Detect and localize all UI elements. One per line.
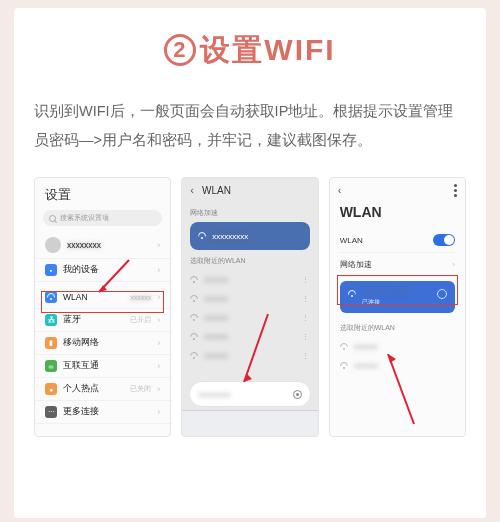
settings-row-label: xxxxxxxx — [67, 240, 151, 250]
chevron-right-icon: › — [157, 384, 160, 394]
network-name: xxxxxx — [354, 361, 378, 370]
settings-row-sub: 已关闭 — [130, 384, 151, 394]
settings-row-wlan[interactable]: WLAN xxxxxx › — [35, 286, 170, 309]
section-label-nearby: 选取附近的WLAN — [190, 256, 309, 266]
wifi-icon — [190, 295, 198, 303]
chevron-right-icon: › — [157, 315, 160, 325]
info-icon[interactable] — [437, 289, 447, 299]
wifi-list-item[interactable]: xxxxxx⋮ — [190, 327, 309, 346]
wifi-icon — [190, 352, 198, 360]
step-title-text: 设置WIFI — [200, 33, 335, 66]
password-input[interactable]: xxxxxxxx — [190, 382, 309, 406]
wifi-icon — [190, 276, 198, 284]
wifi-list-item[interactable]: xxxxxx⋮ — [190, 346, 309, 365]
wifi-icon — [190, 333, 198, 341]
settings-row-more[interactable]: ⋯ 更多连接 › — [35, 401, 170, 424]
section-label-accel: 网络加速 — [190, 208, 309, 218]
wifi-icon — [340, 362, 348, 370]
connection-status: 已连接 — [362, 298, 447, 307]
wifi-icon — [348, 290, 356, 298]
wifi-icon — [45, 291, 57, 303]
more-icon[interactable]: ⋮ — [302, 314, 310, 322]
settings-row-hotspot[interactable]: ● 个人热点 已关闭 › — [35, 378, 170, 401]
network-name: xxxxxx — [204, 275, 228, 284]
network-accel-row[interactable]: 网络加速 › — [340, 253, 455, 277]
device-icon: ▪ — [45, 264, 57, 276]
settings-heading: 设置 — [35, 178, 170, 208]
chevron-right-icon: › — [157, 240, 160, 250]
step-title: 2设置WIFI — [34, 30, 466, 71]
settings-row-label: 个人热点 — [63, 383, 124, 395]
wlan-toggle-row[interactable]: WLAN — [340, 228, 455, 253]
step-number: 2 — [164, 34, 196, 66]
more-icon[interactable]: ⋮ — [302, 352, 310, 360]
avatar-icon — [45, 237, 61, 253]
settings-row-label: 移动网络 — [63, 337, 151, 349]
toggle-switch[interactable] — [433, 234, 455, 246]
password-value: xxxxxxxx — [198, 390, 230, 399]
search-icon — [49, 215, 56, 222]
wifi-list-item[interactable]: xxxxxx⋮ — [190, 289, 309, 308]
network-name: xxxxxx — [204, 351, 228, 360]
wifi-list-item[interactable]: xxxxxx — [340, 337, 455, 356]
wifi-icon — [190, 314, 198, 322]
eye-icon[interactable] — [293, 390, 302, 399]
more-icon: ⋯ — [45, 406, 57, 418]
back-icon[interactable]: ‹ — [190, 184, 194, 196]
network-name: xxxxxxxxx — [212, 232, 248, 241]
settings-row-label: 更多连接 — [63, 406, 151, 418]
screenshot-row: 设置 搜索系统设置项 xxxxxxxx › ▪ 我的设备 › WLAN xxxx… — [34, 177, 466, 437]
section-label-nearby: 选取附近的WLAN — [340, 323, 455, 333]
wifi-icon — [340, 343, 348, 351]
settings-row-label: 互联互通 — [63, 360, 151, 372]
kebab-menu-icon[interactable] — [454, 189, 457, 192]
screenshot-wlan-password: ‹ WLAN 网络加速 xxxxxxxxx 选取附近的WLAN xxxxxx⋮ … — [181, 177, 318, 437]
chevron-right-icon: › — [157, 338, 160, 348]
settings-search[interactable]: 搜索系统设置项 — [43, 210, 162, 226]
settings-row-sub: 已开启 — [130, 315, 151, 325]
settings-row-mydevice[interactable]: ▪ 我的设备 › — [35, 259, 170, 282]
current-network-card[interactable]: xxxxxxxxx — [190, 222, 309, 250]
search-placeholder: 搜索系统设置项 — [60, 213, 109, 223]
settings-row-interconnect[interactable]: ∞ 互联互通 › — [35, 355, 170, 378]
hotspot-icon: ● — [45, 383, 57, 395]
settings-row-bluetooth[interactable]: ⁂ 蓝牙 已开启 › — [35, 309, 170, 332]
sim-icon: ▮ — [45, 337, 57, 349]
settings-row-label: WLAN — [63, 292, 124, 302]
settings-row-label: 我的设备 — [63, 264, 151, 276]
screenshot-wlan-connected: ‹ WLAN WLAN 网络加速 › xxxxxxxx_xxx 已连接 — [329, 177, 466, 437]
toggle-label: WLAN — [340, 236, 363, 245]
more-icon[interactable]: ⋮ — [302, 295, 310, 303]
network-name: xxxxxx — [204, 313, 228, 322]
settings-row-label: 蓝牙 — [63, 314, 124, 326]
network-name: xxxxxx — [354, 342, 378, 351]
wifi-icon — [198, 232, 206, 240]
wifi-list-item[interactable]: xxxxxx — [340, 356, 455, 375]
settings-row-mobile[interactable]: ▮ 移动网络 › — [35, 332, 170, 355]
connected-network-card[interactable]: xxxxxxxx_xxx 已连接 — [340, 281, 455, 313]
chevron-right-icon: › — [452, 260, 455, 269]
chevron-right-icon: › — [157, 407, 160, 417]
wifi-list-item[interactable]: xxxxxx⋮ — [190, 270, 309, 289]
bluetooth-icon: ⁂ — [45, 314, 57, 326]
step-description: 识别到WIFI后，一般页面会自动获取IP地址。根据提示设置管理员密码—>用户名和… — [34, 97, 466, 155]
network-name: xxxxxx — [204, 294, 228, 303]
screen-heading: WLAN — [330, 202, 465, 228]
screenshot-settings-list: 设置 搜索系统设置项 xxxxxxxx › ▪ 我的设备 › WLAN xxxx… — [34, 177, 171, 437]
back-icon[interactable]: ‹ — [338, 184, 342, 196]
more-icon[interactable]: ⋮ — [302, 276, 310, 284]
network-name: xxxxxxxx_xxx — [362, 287, 447, 296]
wifi-list-item[interactable]: xxxxxx⋮ — [190, 308, 309, 327]
chevron-right-icon: › — [157, 361, 160, 371]
more-icon[interactable]: ⋮ — [302, 333, 310, 341]
network-name: xxxxxx — [204, 332, 228, 341]
link-icon: ∞ — [45, 360, 57, 372]
row-label: 网络加速 — [340, 259, 372, 270]
settings-row-sub: xxxxxx — [130, 294, 151, 301]
settings-row-account[interactable]: xxxxxxxx › — [35, 232, 170, 259]
keyboard-area[interactable] — [182, 410, 317, 436]
chevron-right-icon: › — [157, 292, 160, 302]
chevron-right-icon: › — [157, 265, 160, 275]
screen-title: WLAN — [202, 185, 231, 196]
